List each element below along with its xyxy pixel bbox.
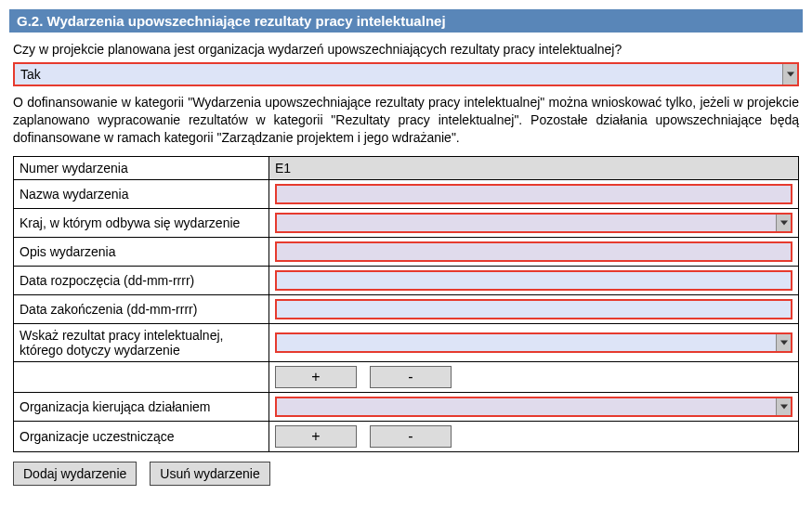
row-description: Opis wydarzenia — [14, 237, 799, 266]
remove-org-button[interactable]: - — [370, 425, 452, 448]
remove-event-button[interactable]: Usuń wydarzenie — [150, 462, 269, 486]
chevron-down-icon[interactable] — [776, 215, 791, 231]
label-event-number: Numer wydarzenia — [14, 156, 269, 179]
label-end-date: Data zakończenia (dd-mm-rrrr) — [14, 294, 269, 323]
input-description[interactable] — [275, 241, 792, 262]
row-output: Wskaż rezultat pracy intelektualnej, któ… — [14, 323, 799, 361]
label-country: Kraj, w którym odbywa się wydarzenie — [14, 208, 269, 237]
section-header: G.2. Wydarzenia upowszechniające rezulta… — [9, 9, 803, 33]
question-text: Czy w projekcie planowana jest organizac… — [9, 33, 803, 62]
row-country: Kraj, w którym odbywa się wydarzenie — [14, 208, 799, 237]
row-output-buttons: + - — [14, 361, 799, 392]
select-output[interactable] — [275, 332, 792, 353]
label-event-name: Nazwa wydarzenia — [14, 179, 269, 208]
info-text: O dofinansowanie w kategorii "Wydarzenia… — [9, 92, 803, 156]
label-participating-orgs: Organizacje uczestniczące — [14, 421, 269, 451]
label-leading-org: Organizacja kierująca działaniem — [14, 392, 269, 421]
chevron-down-icon[interactable] — [782, 64, 797, 85]
event-form-table: Numer wydarzenia E1 Nazwa wydarzenia Kra… — [13, 156, 799, 452]
footer-buttons: Dodaj wydarzenie Usuń wydarzenie — [13, 462, 799, 486]
row-end-date: Data zakończenia (dd-mm-rrrr) — [14, 294, 799, 323]
input-end-date[interactable] — [275, 299, 792, 319]
add-event-button[interactable]: Dodaj wydarzenie — [13, 462, 137, 486]
value-event-number: E1 — [269, 156, 799, 179]
add-output-button[interactable]: + — [275, 366, 357, 388]
remove-output-button[interactable]: - — [370, 366, 452, 388]
row-event-name: Nazwa wydarzenia — [14, 179, 799, 208]
label-output: Wskaż rezultat pracy intelektualnej, któ… — [14, 323, 269, 361]
select-country[interactable] — [275, 213, 792, 233]
input-start-date[interactable] — [275, 270, 792, 291]
row-participating-orgs: Organizacje uczestniczące + - — [14, 421, 799, 451]
add-org-button[interactable]: + — [275, 425, 357, 448]
row-leading-org: Organizacja kierująca działaniem — [14, 392, 799, 421]
answer-select[interactable]: Tak — [13, 62, 799, 86]
label-description: Opis wydarzenia — [14, 237, 269, 266]
row-event-number: Numer wydarzenia E1 — [14, 156, 799, 179]
select-leading-org[interactable] — [275, 397, 792, 417]
answer-value: Tak — [15, 64, 782, 85]
input-event-name[interactable] — [275, 184, 792, 204]
label-start-date: Data rozpoczęcia (dd-mm-rrrr) — [14, 266, 269, 294]
chevron-down-icon[interactable] — [776, 398, 791, 415]
chevron-down-icon[interactable] — [776, 334, 791, 351]
row-start-date: Data rozpoczęcia (dd-mm-rrrr) — [14, 266, 799, 294]
